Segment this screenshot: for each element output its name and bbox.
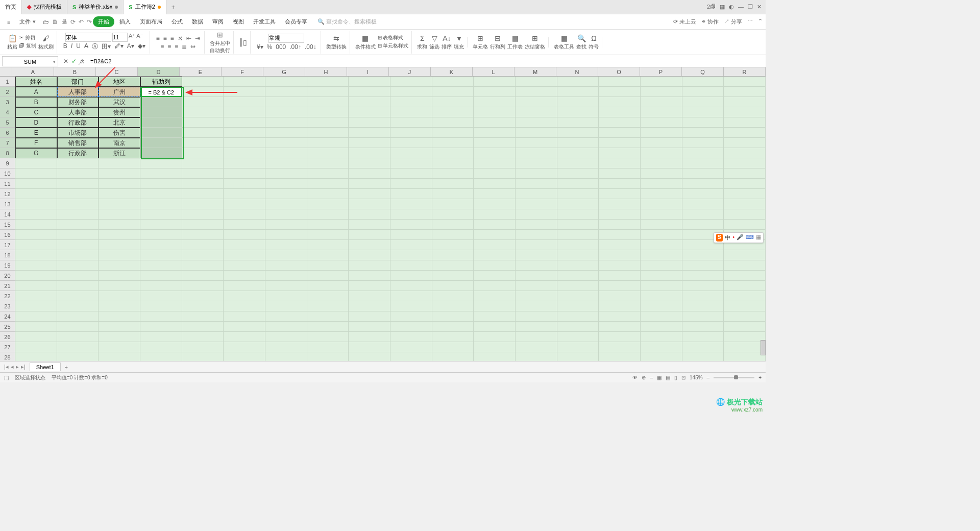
cell[interactable] [224,199,265,209]
cell[interactable] [307,189,349,199]
cell[interactable] [724,107,766,117]
ime-lang[interactable]: 中 [725,234,730,242]
cell[interactable] [432,301,474,311]
dec-inc[interactable]: .00↑ [288,43,302,51]
cell[interactable] [432,250,474,260]
cell[interactable] [15,311,57,322]
view-icon[interactable]: 👁 [632,375,638,380]
tab-template[interactable]: ◆ 找稻壳模板 [22,0,67,14]
cell[interactable] [265,87,307,97]
col-header[interactable]: M [514,67,556,76]
cell[interactable] [182,107,224,117]
cell[interactable] [224,260,265,271]
cell[interactable] [682,332,724,342]
cell[interactable] [307,342,349,352]
cell[interactable] [432,158,474,168]
row-header[interactable]: 8 [0,148,15,158]
col-header[interactable]: K [431,67,473,76]
cell[interactable] [599,117,641,128]
cell[interactable] [557,148,599,158]
cell[interactable] [682,271,724,281]
cell[interactable] [599,281,641,291]
cell[interactable]: D [15,117,57,128]
cell[interactable] [432,332,474,342]
cell[interactable] [99,311,140,322]
cell[interactable] [224,107,265,117]
cell[interactable] [57,168,99,179]
cell[interactable] [390,77,432,87]
cell[interactable] [557,240,599,250]
cell[interactable] [724,332,766,342]
cell[interactable] [516,291,557,301]
cell[interactable] [349,260,390,271]
cell[interactable] [57,250,99,260]
cell[interactable] [140,189,182,199]
cell[interactable] [224,342,265,352]
cell[interactable]: 北京 [99,117,140,128]
cut-button[interactable]: ✂ 剪切 [19,34,36,41]
cell[interactable] [641,230,682,240]
cell[interactable] [641,107,682,117]
cell[interactable] [99,342,140,352]
cell[interactable] [432,271,474,281]
cell[interactable] [557,230,599,240]
nav-first-icon[interactable]: |◂ [4,364,9,370]
cell[interactable] [57,352,99,361]
cell[interactable] [349,138,390,148]
cell[interactable] [390,148,432,158]
cell[interactable] [140,301,182,311]
cell[interactable] [99,158,140,168]
cell[interactable] [474,250,516,260]
cell[interactable] [349,240,390,250]
cell[interactable]: 人事部 [57,87,99,97]
cell[interactable] [557,250,599,260]
cell[interactable] [641,87,682,97]
justify-button[interactable]: ≣ [181,42,188,51]
row-header[interactable]: 16 [0,230,15,240]
cell[interactable] [15,199,57,209]
cell[interactable] [516,87,557,97]
cell[interactable] [641,301,682,311]
cell[interactable] [724,301,766,311]
cell[interactable] [265,209,307,220]
row-header[interactable]: 19 [0,260,15,271]
cell[interactable] [432,230,474,240]
cell[interactable] [390,138,432,148]
col-header[interactable]: O [598,67,640,76]
cell[interactable] [265,158,307,168]
cell-style[interactable]: ⊟ 单元格样式 [378,42,409,50]
cell[interactable] [307,291,349,301]
cell[interactable] [15,179,57,189]
fill-button[interactable]: ▼填充 [454,34,464,51]
cell[interactable] [182,342,224,352]
cell[interactable] [15,271,57,281]
row-header[interactable]: 7 [0,138,15,148]
align-mid[interactable]: ≡ [162,34,168,42]
tab-file-2[interactable]: S 工作簿2 [124,0,166,14]
cell[interactable] [390,220,432,230]
cell[interactable] [599,87,641,97]
cell[interactable] [641,189,682,199]
cell[interactable] [557,97,599,107]
ime-toolbar[interactable]: S 中 • 🎤 ⌨ ▦ [714,232,764,243]
filter-button[interactable]: ▽筛选 [429,34,439,51]
cell[interactable] [474,352,516,361]
hamburger-icon[interactable]: ≡ [3,17,14,27]
cell[interactable] [307,220,349,230]
cell[interactable] [15,158,57,168]
cell[interactable] [349,168,390,179]
nav-last-icon[interactable]: ▸| [21,364,26,370]
rowcol-button[interactable]: ⊟行和列 [490,34,505,51]
cell[interactable] [682,342,724,352]
reading-pane[interactable]: ┃▯ [239,38,247,46]
border-button[interactable]: 田▾ [101,42,112,52]
cell[interactable] [99,271,140,281]
cell[interactable] [557,342,599,352]
cell[interactable] [265,97,307,107]
cell[interactable] [724,158,766,168]
cell[interactable] [15,342,57,352]
cell[interactable] [641,117,682,128]
name-box[interactable]: SUM [2,56,58,66]
cell[interactable] [516,352,557,361]
cell[interactable] [182,77,224,87]
